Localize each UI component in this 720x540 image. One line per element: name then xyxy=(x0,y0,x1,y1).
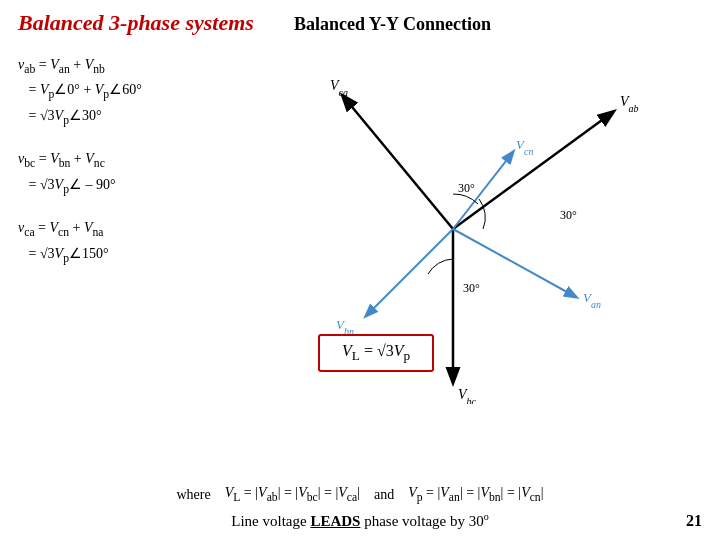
svg-line-0 xyxy=(453,112,613,229)
svg-text:Vab: Vab xyxy=(620,94,639,114)
svg-line-2 xyxy=(343,96,453,229)
equation-group-vab: vab = Van + Vnb = Vp∠0° + Vp∠60° = √3Vp∠… xyxy=(18,54,278,130)
where-label: where xyxy=(176,487,210,503)
main-page: Balanced 3-phase systems Balanced Y-Y Co… xyxy=(0,0,720,540)
equation-group-vbc: vbc = Vbn + Vnc = √3Vp∠ – 90° xyxy=(18,148,278,199)
footer-equations: where VL = |Vab| = |Vbc| = |Vca| and Vp … xyxy=(0,485,720,504)
svg-text:30°: 30° xyxy=(458,181,475,195)
svg-text:Vca: Vca xyxy=(330,78,348,98)
eq-vab-2: = Vp∠0° + Vp∠60° xyxy=(18,79,278,104)
svg-line-8 xyxy=(366,229,453,316)
formula-box: VL = √3Vp xyxy=(318,334,434,372)
header: Balanced 3-phase systems Balanced Y-Y Co… xyxy=(18,10,702,36)
leads-text: LEADS xyxy=(310,513,360,529)
page-subtitle: Balanced Y-Y Connection xyxy=(294,14,491,35)
page-title: Balanced 3-phase systems xyxy=(18,10,254,36)
page-number: 21 xyxy=(686,512,702,530)
svg-text:Vcn: Vcn xyxy=(516,137,533,157)
eq-vab-1: vab = Van + Vnb xyxy=(18,54,278,79)
equations-panel: vab = Van + Vnb = Vp∠0° + Vp∠60° = √3Vp∠… xyxy=(18,44,278,444)
and-label: and xyxy=(374,487,394,503)
bottom-line: Line voltage LEADS phase voltage by 30o xyxy=(231,511,488,530)
eq-vca-2: = √3Vp∠150° xyxy=(18,243,278,268)
svg-text:30°: 30° xyxy=(463,281,480,295)
footer-vp-eq: Vp = |Van| = |Vbn| = |Vcn| xyxy=(408,485,543,504)
content-area: vab = Van + Vnb = Vp∠0° + Vp∠60° = √3Vp∠… xyxy=(18,44,702,444)
svg-text:30°: 30° xyxy=(560,208,577,222)
eq-vbc-1: vbc = Vbn + Vnc xyxy=(18,148,278,173)
eq-vbc-2: = √3Vp∠ – 90° xyxy=(18,174,278,199)
svg-text:Van: Van xyxy=(583,290,601,310)
equation-group-vca: vca = Vcn + Vna = √3Vp∠150° xyxy=(18,217,278,268)
footer-vl-eq: VL = |Vab| = |Vbc| = |Vca| xyxy=(225,485,360,504)
svg-text:Vbc: Vbc xyxy=(458,387,477,404)
eq-vab-3: = √3Vp∠30° xyxy=(18,105,278,130)
phasor-diagram-area: Vab Vca Vbc Van Vbn xyxy=(288,44,702,444)
eq-vca-1: vca = Vcn + Vna xyxy=(18,217,278,242)
